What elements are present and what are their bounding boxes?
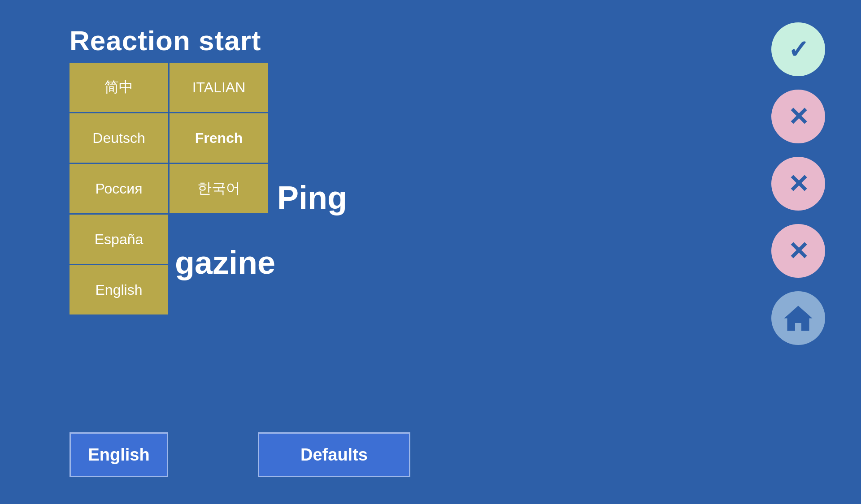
lang-chinese[interactable]: 简中 <box>70 63 168 112</box>
english-button[interactable]: English <box>70 432 168 477</box>
cancel-button-2[interactable]: ✕ <box>771 157 825 211</box>
home-icon <box>783 304 814 333</box>
check-icon: ✓ <box>788 35 809 64</box>
svg-marker-0 <box>784 306 813 331</box>
x-icon-1: ✕ <box>788 102 809 131</box>
cancel-button-3[interactable]: ✕ <box>771 224 825 278</box>
cancel-button-1[interactable]: ✕ <box>771 90 825 143</box>
right-buttons: ✓ ✕ ✕ ✕ <box>771 22 825 345</box>
floating-ping-text: Ping <box>277 179 347 216</box>
lang-italian[interactable]: ITALIAN <box>170 63 268 112</box>
home-button[interactable] <box>771 291 825 345</box>
floating-gazine-text: gazine <box>175 244 275 281</box>
bottom-bar: English Defaults <box>70 432 410 477</box>
defaults-button[interactable]: Defaults <box>258 432 410 477</box>
lang-deutsch[interactable]: Deutsch <box>70 113 168 163</box>
lang-espana[interactable]: España <box>70 215 168 264</box>
lang-english-grid[interactable]: English <box>70 265 168 314</box>
lang-french[interactable]: French <box>170 113 268 163</box>
x-icon-3: ✕ <box>788 237 809 266</box>
lang-korean[interactable]: 한국어 <box>170 164 268 213</box>
confirm-button[interactable]: ✓ <box>771 22 825 76</box>
page-title: Reaction start <box>70 25 261 56</box>
x-icon-2: ✕ <box>788 169 809 198</box>
lang-russia[interactable]: Россия <box>70 164 168 213</box>
